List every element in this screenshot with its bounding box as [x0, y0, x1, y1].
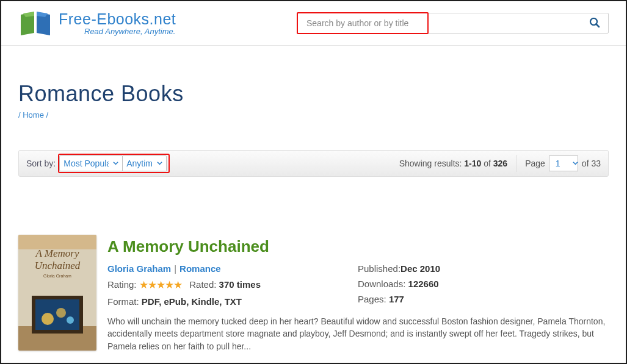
svg-point-11 [56, 308, 66, 318]
book-cover[interactable]: A Memory Unchained Gloria Graham [18, 235, 96, 351]
page-select[interactable]: 1 [549, 155, 578, 171]
published-label: Published: [358, 263, 400, 274]
rating-count: 370 times [219, 279, 261, 290]
showing-prefix: Showing results: [399, 159, 465, 168]
of-word: of [481, 159, 493, 168]
page-label: Page [525, 159, 545, 168]
rated-label: Rated: [189, 279, 219, 290]
results-summary: Showing results: 1-10 of 326 [399, 159, 507, 168]
svg-point-12 [67, 316, 74, 324]
star-icon: ★★★★★ [139, 279, 182, 291]
downloads-value: 122660 [408, 279, 439, 289]
filter-bar: Sort by: Most Popular Anytime Showing re… [18, 150, 609, 177]
search-container [297, 13, 609, 34]
rating-line: Rating: ★★★★★ Rated: 370 times [107, 279, 358, 291]
format-value: PDF, ePub, Kindle, TXT [142, 296, 242, 307]
author-link[interactable]: Gloria Graham [107, 263, 171, 274]
book-info: A Memory Unchained Gloria Graham | Roman… [107, 235, 609, 352]
total-results: 326 [493, 159, 507, 168]
book-description: Who will unchain the memory tucked deep … [107, 315, 609, 352]
sort-label: Sort by: [26, 159, 56, 168]
content: Romance Books / Home / Sort by: Most Pop… [1, 81, 626, 352]
sort-selects: Most Popular Anytime [59, 155, 167, 171]
search-input[interactable] [297, 13, 609, 34]
logo[interactable]: Free-Ebooks.net Read Anywhere, Anytime. [18, 9, 176, 38]
svg-text:Unchained: Unchained [35, 260, 81, 271]
divider [516, 155, 516, 172]
brand-name: Free-Ebooks.net [59, 10, 176, 28]
tagline: Read Anywhere, Anytime. [84, 27, 176, 36]
sort-select[interactable]: Most Popular [59, 155, 123, 171]
format-label: Format: [107, 296, 142, 307]
rating-label: Rating: [107, 279, 139, 290]
book-icon [18, 9, 53, 38]
page-title: Romance Books [18, 81, 609, 107]
svg-text:A Memory: A Memory [35, 248, 79, 259]
date-select[interactable]: Anytime [123, 155, 167, 171]
book-title[interactable]: A Memory Unchained [107, 237, 609, 256]
of-total-pages: of 33 [582, 159, 601, 168]
pages-label: Pages: [358, 294, 389, 304]
downloads-label: Downloads: [358, 279, 408, 289]
svg-point-10 [42, 313, 54, 325]
book-item: A Memory Unchained Gloria Graham A Memor… [18, 235, 609, 352]
pages-value: 177 [389, 294, 404, 304]
svg-text:Gloria Graham: Gloria Graham [43, 274, 71, 278]
format-line: Format: PDF, ePub, Kindle, TXT [107, 296, 358, 307]
pages-line: Pages: 177 [358, 294, 440, 304]
svg-line-1 [596, 24, 600, 27]
category-link[interactable]: Romance [179, 263, 221, 274]
separator: | [171, 263, 179, 274]
header: Free-Ebooks.net Read Anywhere, Anytime. [1, 1, 626, 46]
downloads-line: Downloads: 122660 [358, 279, 440, 289]
search-icon[interactable] [589, 17, 600, 30]
breadcrumb[interactable]: / Home / [18, 110, 609, 120]
result-range: 1-10 [464, 159, 481, 168]
published-value: Dec 2010 [400, 263, 440, 274]
